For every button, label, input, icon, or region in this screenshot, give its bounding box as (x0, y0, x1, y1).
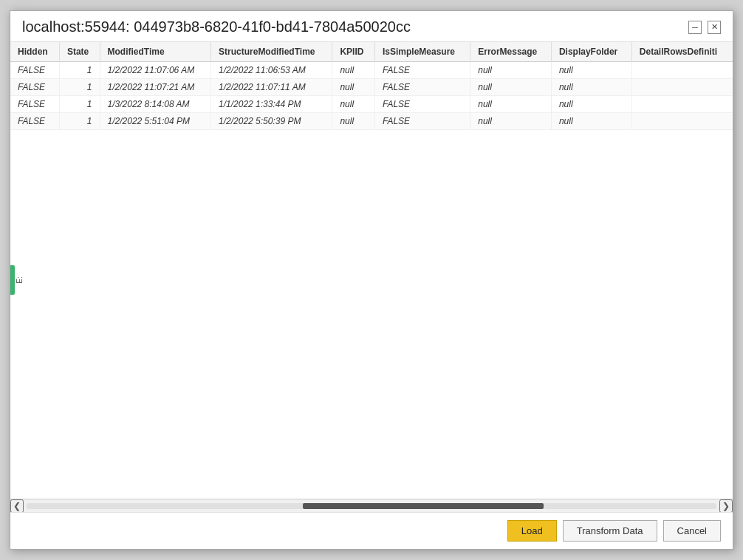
data-table: HiddenStateModifiedTimeStructureModified… (10, 42, 733, 130)
title-bar: localhost:55944: 044973b8-6820-41f0-bd41… (10, 11, 733, 41)
transform-data-button[interactable]: Transform Data (563, 520, 657, 542)
cell-structureModifiedTime: 1/1/2022 1:33:44 PM (211, 96, 332, 113)
cell-modifiedTime: 1/2/2022 11:07:06 AM (100, 62, 211, 79)
table-header: HiddenStateModifiedTimeStructureModified… (10, 42, 733, 62)
table-row[interactable]: FALSE11/3/2022 8:14:08 AM1/1/2022 1:33:4… (10, 96, 733, 113)
dialog-window: E: localhost:55944: 044973b8-6820-41f0-b… (10, 10, 733, 550)
cell-structureModifiedTime: 1/2/2022 11:06:53 AM (211, 62, 332, 79)
cell-detailRowsDefinition (631, 96, 733, 113)
cell-isSimpleMeasure: FALSE (374, 96, 470, 113)
cell-detailRowsDefinition (631, 62, 733, 79)
cell-state: 1 (59, 62, 100, 79)
scroll-right-button[interactable]: ❯ (719, 499, 733, 512)
cell-displayFolder: null (551, 79, 631, 96)
scroll-track[interactable] (27, 503, 716, 509)
col-header-detailRowsDefinition[interactable]: DetailRowsDefiniti (631, 42, 733, 62)
cell-hidden: FALSE (10, 113, 59, 130)
cell-kpiid: null (332, 96, 375, 113)
horizontal-scrollbar[interactable]: ❮ ❯ (10, 499, 733, 512)
cell-structureModifiedTime: 1/2/2022 5:50:39 PM (211, 113, 332, 130)
col-header-modifiedTime[interactable]: ModifiedTime (100, 42, 211, 62)
cell-errorMessage: null (470, 62, 552, 79)
cell-errorMessage: null (470, 113, 552, 130)
minimize-button[interactable]: ─ (688, 21, 702, 34)
col-header-state[interactable]: State (59, 42, 100, 62)
cell-hidden: FALSE (10, 79, 59, 96)
cell-displayFolder: null (551, 113, 631, 130)
col-header-displayFolder[interactable]: DisplayFolder (551, 42, 631, 62)
footer-actions: Load Transform Data Cancel (10, 512, 733, 549)
cell-modifiedTime: 1/2/2022 11:07:21 AM (100, 79, 211, 96)
scroll-thumb[interactable] (303, 503, 544, 509)
cell-hidden: FALSE (10, 62, 59, 79)
table-body: FALSE11/2/2022 11:07:06 AM1/2/2022 11:06… (10, 62, 733, 130)
header-row: HiddenStateModifiedTimeStructureModified… (10, 42, 733, 62)
cell-isSimpleMeasure: FALSE (374, 79, 470, 96)
close-button[interactable]: ✕ (708, 21, 721, 34)
col-header-isSimpleMeasure[interactable]: IsSimpleMeasure (374, 42, 470, 62)
scroll-left-button[interactable]: ❮ (10, 499, 24, 512)
window-title: localhost:55944: 044973b8-6820-41f0-bd41… (22, 18, 411, 35)
cell-isSimpleMeasure: FALSE (374, 62, 470, 79)
cell-modifiedTime: 1/3/2022 8:14:08 AM (100, 96, 211, 113)
cell-kpiid: null (332, 62, 375, 79)
cell-displayFolder: null (551, 62, 631, 79)
table-row[interactable]: FALSE11/2/2022 11:07:21 AM1/2/2022 11:07… (10, 79, 733, 96)
cell-structureModifiedTime: 1/2/2022 11:07:11 AM (211, 79, 332, 96)
table-row[interactable]: FALSE11/2/2022 11:07:06 AM1/2/2022 11:06… (10, 62, 733, 79)
cell-displayFolder: null (551, 96, 631, 113)
col-header-errorMessage[interactable]: ErrorMessage (470, 42, 552, 62)
cell-state: 1 (59, 96, 100, 113)
cell-state: 1 (59, 79, 100, 96)
col-header-hidden[interactable]: Hidden (10, 42, 59, 62)
table-scroll-area[interactable]: HiddenStateModifiedTimeStructureModified… (10, 42, 733, 499)
col-header-kpiid[interactable]: KPIID (332, 42, 375, 62)
cell-kpiid: null (332, 79, 375, 96)
table-container: HiddenStateModifiedTimeStructureModified… (10, 41, 733, 512)
cell-state: 1 (59, 113, 100, 130)
cell-isSimpleMeasure: FALSE (374, 113, 470, 130)
cell-detailRowsDefinition (631, 113, 733, 130)
cancel-button[interactable]: Cancel (663, 520, 721, 542)
load-button[interactable]: Load (507, 520, 557, 542)
cell-errorMessage: null (470, 96, 552, 113)
cell-modifiedTime: 1/2/2022 5:51:04 PM (100, 113, 211, 130)
cell-hidden: FALSE (10, 96, 59, 113)
window-controls: ─ ✕ (688, 21, 721, 34)
col-header-structureModifiedTime[interactable]: StructureModifiedTime (211, 42, 332, 62)
cell-errorMessage: null (470, 79, 552, 96)
table-row[interactable]: FALSE11/2/2022 5:51:04 PM1/2/2022 5:50:3… (10, 113, 733, 130)
cell-detailRowsDefinition (631, 79, 733, 96)
cell-kpiid: null (332, 113, 375, 130)
